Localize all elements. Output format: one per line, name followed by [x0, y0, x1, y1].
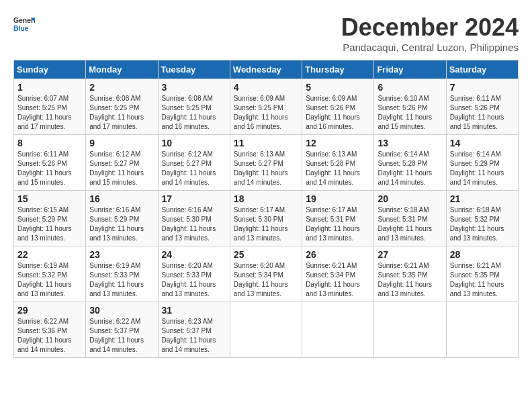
day-number: 22 — [17, 249, 82, 260]
calendar-cell: 8Sunrise: 6:11 AM Sunset: 5:26 PM Daylig… — [14, 135, 86, 191]
day-info: Sunrise: 6:07 AM Sunset: 5:25 PM Dayligh… — [17, 94, 82, 132]
calendar-cell: 9Sunrise: 6:12 AM Sunset: 5:27 PM Daylig… — [86, 135, 158, 191]
calendar-cell: 1Sunrise: 6:07 AM Sunset: 5:25 PM Daylig… — [14, 79, 86, 135]
calendar-cell: 17Sunrise: 6:16 AM Sunset: 5:30 PM Dayli… — [158, 191, 230, 246]
day-info: Sunrise: 6:09 AM Sunset: 5:26 PM Dayligh… — [306, 94, 370, 132]
calendar-cell: 15Sunrise: 6:15 AM Sunset: 5:29 PM Dayli… — [14, 191, 86, 246]
day-number: 23 — [89, 249, 154, 260]
calendar-cell: 25Sunrise: 6:20 AM Sunset: 5:34 PM Dayli… — [230, 246, 302, 302]
day-info: Sunrise: 6:20 AM Sunset: 5:34 PM Dayligh… — [234, 261, 298, 299]
day-info: Sunrise: 6:08 AM Sunset: 5:25 PM Dayligh… — [162, 94, 226, 132]
calendar-cell: 13Sunrise: 6:14 AM Sunset: 5:28 PM Dayli… — [374, 135, 446, 191]
calendar-cell: 20Sunrise: 6:18 AM Sunset: 5:31 PM Dayli… — [374, 191, 446, 246]
calendar-cell: 3Sunrise: 6:08 AM Sunset: 5:25 PM Daylig… — [158, 79, 230, 135]
day-info: Sunrise: 6:17 AM Sunset: 5:31 PM Dayligh… — [306, 205, 370, 243]
calendar-week-row: 1Sunrise: 6:07 AM Sunset: 5:25 PM Daylig… — [14, 79, 519, 135]
day-number: 9 — [89, 138, 154, 148]
day-info: Sunrise: 6:21 AM Sunset: 5:35 PM Dayligh… — [378, 261, 442, 299]
calendar-cell — [446, 302, 518, 358]
title-block: December 2024 Pandacaqui, Central Luzon,… — [341, 13, 519, 53]
calendar-cell: 2Sunrise: 6:08 AM Sunset: 5:25 PM Daylig… — [86, 79, 158, 135]
calendar-cell: 28Sunrise: 6:21 AM Sunset: 5:35 PM Dayli… — [446, 246, 518, 302]
day-info: Sunrise: 6:08 AM Sunset: 5:25 PM Dayligh… — [89, 94, 154, 132]
calendar-cell: 6Sunrise: 6:10 AM Sunset: 5:26 PM Daylig… — [374, 79, 446, 135]
day-number: 2 — [89, 82, 154, 93]
day-number: 18 — [234, 193, 298, 204]
day-info: Sunrise: 6:22 AM Sunset: 5:36 PM Dayligh… — [17, 317, 82, 355]
day-number: 26 — [306, 249, 370, 260]
svg-text:Blue: Blue — [13, 25, 29, 32]
day-number: 1 — [17, 82, 82, 93]
calendar-cell: 10Sunrise: 6:12 AM Sunset: 5:27 PM Dayli… — [158, 135, 230, 191]
day-info: Sunrise: 6:21 AM Sunset: 5:35 PM Dayligh… — [450, 261, 515, 299]
day-info: Sunrise: 6:16 AM Sunset: 5:30 PM Dayligh… — [162, 205, 226, 243]
calendar-cell: 30Sunrise: 6:22 AM Sunset: 5:37 PM Dayli… — [86, 302, 158, 358]
day-info: Sunrise: 6:11 AM Sunset: 5:26 PM Dayligh… — [450, 94, 515, 132]
day-number: 20 — [378, 193, 442, 204]
day-number: 6 — [378, 82, 442, 93]
calendar-cell — [230, 302, 302, 358]
logo-icon: General Blue — [13, 13, 35, 35]
calendar-cell: 31Sunrise: 6:23 AM Sunset: 5:37 PM Dayli… — [158, 302, 230, 358]
day-number: 5 — [306, 82, 370, 93]
day-info: Sunrise: 6:21 AM Sunset: 5:34 PM Dayligh… — [306, 261, 370, 299]
calendar-cell: 22Sunrise: 6:19 AM Sunset: 5:32 PM Dayli… — [14, 246, 86, 302]
day-info: Sunrise: 6:13 AM Sunset: 5:27 PM Dayligh… — [234, 150, 298, 187]
day-number: 29 — [17, 305, 82, 316]
day-header-monday: Monday — [86, 60, 158, 79]
day-number: 24 — [162, 249, 226, 260]
day-info: Sunrise: 6:23 AM Sunset: 5:37 PM Dayligh… — [162, 317, 226, 355]
calendar-week-row: 8Sunrise: 6:11 AM Sunset: 5:26 PM Daylig… — [14, 135, 519, 191]
logo: General Blue — [13, 13, 35, 35]
day-info: Sunrise: 6:12 AM Sunset: 5:27 PM Dayligh… — [89, 150, 154, 187]
day-info: Sunrise: 6:14 AM Sunset: 5:29 PM Dayligh… — [450, 150, 515, 187]
day-header-tuesday: Tuesday — [158, 60, 230, 79]
day-info: Sunrise: 6:17 AM Sunset: 5:30 PM Dayligh… — [234, 205, 298, 243]
calendar-cell: 12Sunrise: 6:13 AM Sunset: 5:28 PM Dayli… — [302, 135, 374, 191]
calendar-cell — [374, 302, 446, 358]
day-number: 30 — [89, 305, 154, 316]
day-header-thursday: Thursday — [302, 60, 374, 79]
day-number: 28 — [450, 249, 515, 260]
calendar-header-row: SundayMondayTuesdayWednesdayThursdayFrid… — [14, 60, 519, 79]
calendar-cell: 29Sunrise: 6:22 AM Sunset: 5:36 PM Dayli… — [14, 302, 86, 358]
day-number: 19 — [306, 193, 370, 204]
day-info: Sunrise: 6:15 AM Sunset: 5:29 PM Dayligh… — [17, 205, 82, 243]
day-info: Sunrise: 6:18 AM Sunset: 5:32 PM Dayligh… — [450, 205, 515, 243]
day-header-friday: Friday — [374, 60, 446, 79]
calendar-cell: 23Sunrise: 6:19 AM Sunset: 5:33 PM Dayli… — [86, 246, 158, 302]
calendar-cell: 14Sunrise: 6:14 AM Sunset: 5:29 PM Dayli… — [446, 135, 518, 191]
calendar-cell: 4Sunrise: 6:09 AM Sunset: 5:25 PM Daylig… — [230, 79, 302, 135]
calendar-cell: 21Sunrise: 6:18 AM Sunset: 5:32 PM Dayli… — [446, 191, 518, 246]
day-number: 21 — [450, 193, 515, 204]
day-number: 8 — [17, 138, 82, 148]
page-header: General Blue December 2024 Pandacaqui, C… — [13, 13, 519, 53]
day-number: 14 — [450, 138, 515, 148]
day-number: 15 — [17, 193, 82, 204]
calendar-cell: 11Sunrise: 6:13 AM Sunset: 5:27 PM Dayli… — [230, 135, 302, 191]
day-number: 16 — [89, 193, 154, 204]
day-info: Sunrise: 6:13 AM Sunset: 5:28 PM Dayligh… — [306, 150, 370, 187]
day-info: Sunrise: 6:19 AM Sunset: 5:33 PM Dayligh… — [89, 261, 154, 299]
day-number: 17 — [162, 193, 226, 204]
day-info: Sunrise: 6:22 AM Sunset: 5:37 PM Dayligh… — [89, 317, 154, 355]
day-info: Sunrise: 6:12 AM Sunset: 5:27 PM Dayligh… — [162, 150, 226, 187]
calendar-cell: 7Sunrise: 6:11 AM Sunset: 5:26 PM Daylig… — [446, 79, 518, 135]
calendar-table: SundayMondayTuesdayWednesdayThursdayFrid… — [13, 60, 519, 358]
day-info: Sunrise: 6:19 AM Sunset: 5:32 PM Dayligh… — [17, 261, 82, 299]
day-number: 31 — [162, 305, 226, 316]
calendar-cell: 18Sunrise: 6:17 AM Sunset: 5:30 PM Dayli… — [230, 191, 302, 246]
day-number: 3 — [162, 82, 226, 93]
day-info: Sunrise: 6:10 AM Sunset: 5:26 PM Dayligh… — [378, 94, 442, 132]
day-number: 25 — [234, 249, 298, 260]
day-info: Sunrise: 6:11 AM Sunset: 5:26 PM Dayligh… — [17, 150, 82, 187]
day-number: 4 — [234, 82, 298, 93]
day-number: 12 — [306, 138, 370, 148]
calendar-cell: 26Sunrise: 6:21 AM Sunset: 5:34 PM Dayli… — [302, 246, 374, 302]
location-subtitle: Pandacaqui, Central Luzon, Philippines — [341, 42, 519, 53]
day-number: 27 — [378, 249, 442, 260]
calendar-cell: 27Sunrise: 6:21 AM Sunset: 5:35 PM Dayli… — [374, 246, 446, 302]
day-number: 13 — [378, 138, 442, 148]
day-info: Sunrise: 6:16 AM Sunset: 5:29 PM Dayligh… — [89, 205, 154, 243]
day-number: 7 — [450, 82, 515, 93]
